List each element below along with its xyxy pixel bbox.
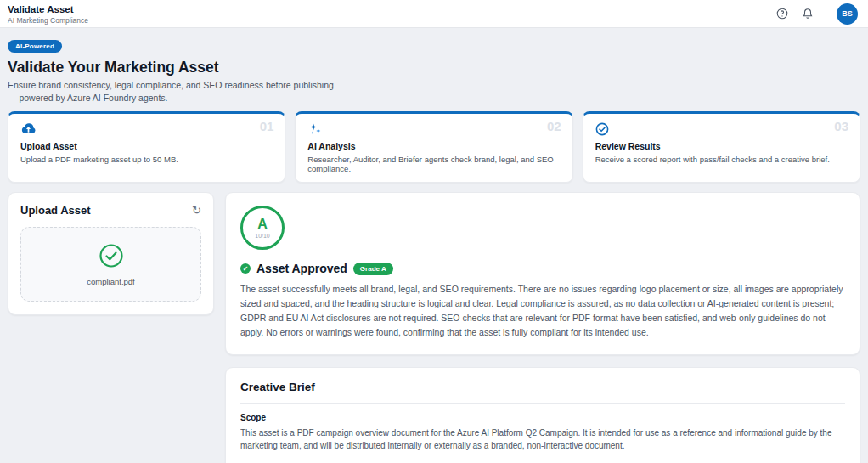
step-description: Researcher, Auditor, and Briefer agents … xyxy=(307,155,560,173)
creative-brief-panel: Creative Brief Scope This asset is a PDF… xyxy=(225,367,860,463)
notifications-bell-icon[interactable] xyxy=(800,6,815,21)
check-circle-icon xyxy=(595,121,848,136)
result-summary-text: The asset successfully meets all brand, … xyxy=(240,282,845,339)
app-title: Validate Asset xyxy=(8,4,88,15)
score-grade-letter: A xyxy=(257,217,268,231)
steps-row: 01 Upload Asset Upload a PDF marketing a… xyxy=(0,104,868,183)
help-icon[interactable] xyxy=(775,6,790,21)
result-status-title: Asset Approved xyxy=(256,262,347,275)
creative-brief-title: Creative Brief xyxy=(240,381,845,393)
uploaded-file-name: compliant.pdf xyxy=(87,277,135,286)
main-content: Upload Asset ↻ compliant.pdf A 10/10 ✓ A… xyxy=(0,183,868,463)
file-check-icon xyxy=(99,243,124,272)
upload-panel: Upload Asset ↻ compliant.pdf xyxy=(8,192,214,315)
step-card-upload: 01 Upload Asset Upload a PDF marketing a… xyxy=(8,111,285,183)
step-title: Upload Asset xyxy=(20,141,273,151)
reset-icon[interactable]: ↻ xyxy=(192,205,201,216)
scope-text: This asset is a PDF campaign overview do… xyxy=(240,426,845,453)
approved-check-icon: ✓ xyxy=(240,263,251,274)
score-badge: A 10/10 xyxy=(240,206,285,250)
top-bar-actions: BS xyxy=(775,3,858,25)
grade-badge: Grade A xyxy=(353,263,393,275)
app-subtitle: AI Marketing Compliance xyxy=(8,17,88,25)
file-dropzone[interactable]: compliant.pdf xyxy=(20,227,201,302)
ai-powered-badge: AI-Powered xyxy=(8,40,62,53)
hero-section: AI-Powered Validate Your Marketing Asset… xyxy=(0,28,868,104)
cloud-upload-icon xyxy=(20,121,273,136)
step-number: 03 xyxy=(834,119,848,133)
page-subtitle: Ensure brand consistency, legal complian… xyxy=(8,79,335,104)
upload-panel-title: Upload Asset xyxy=(20,204,91,217)
page-title: Validate Your Marketing Asset xyxy=(8,59,860,76)
step-description: Receive a scored report with pass/fail c… xyxy=(595,155,848,164)
divider xyxy=(240,403,845,404)
result-panel: A 10/10 ✓ Asset Approved Grade A The ass… xyxy=(225,192,860,354)
step-number: 01 xyxy=(260,119,274,133)
top-bar: Validate Asset AI Marketing Compliance B… xyxy=(0,0,868,28)
app-title-block: Validate Asset AI Marketing Compliance xyxy=(8,3,88,25)
sparkles-icon xyxy=(307,121,560,136)
step-card-analysis: 02 AI Analysis Researcher, Auditor, and … xyxy=(295,111,572,183)
step-description: Upload a PDF marketing asset up to 50 MB… xyxy=(20,155,273,164)
user-avatar[interactable]: BS xyxy=(837,3,858,25)
results-column: A 10/10 ✓ Asset Approved Grade A The ass… xyxy=(225,192,860,463)
top-bar-divider xyxy=(826,6,826,21)
step-number: 02 xyxy=(547,119,561,133)
step-card-review: 03 Review Results Receive a scored repor… xyxy=(583,111,860,183)
step-title: Review Results xyxy=(595,141,848,151)
score-value: 10/10 xyxy=(255,233,270,239)
scope-heading: Scope xyxy=(240,413,845,422)
step-title: AI Analysis xyxy=(307,141,560,151)
